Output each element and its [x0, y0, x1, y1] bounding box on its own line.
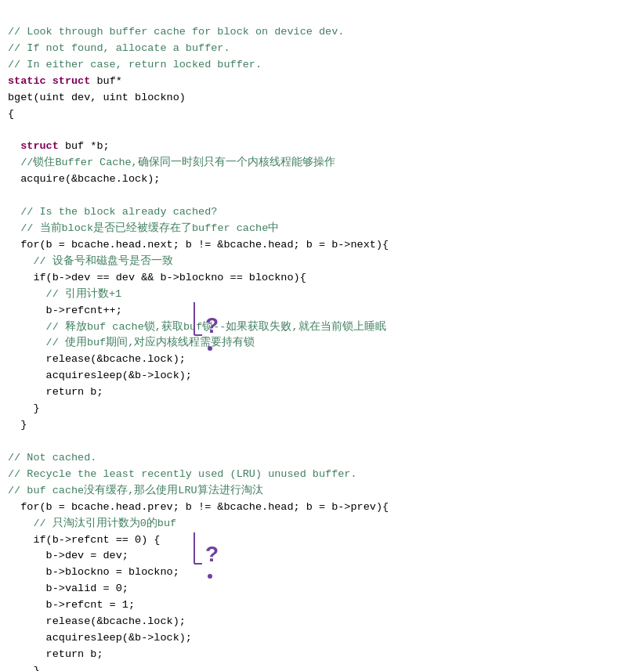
line-35: b->valid = 0;	[8, 583, 128, 594]
line-12: // Is the block already cached?	[8, 206, 217, 218]
line-19: // 释放buf cache锁,获取buf锁--如果获取失败,就在当前锁上睡眠	[8, 321, 386, 333]
line-15: // 设备号和磁盘号是否一致	[8, 255, 173, 267]
line-18: b->refcnt++;	[8, 305, 122, 316]
line-24: }	[8, 402, 40, 414]
line-9: //锁住Buffer Cache,确保同一时刻只有一个内核线程能够操作	[8, 157, 335, 168]
line-5: bget(uint dev, uint blockno)	[8, 92, 186, 103]
line-39: return b;	[8, 648, 103, 660]
line-20: // 使用buf期间,对应内核线程需要持有锁	[8, 337, 255, 348]
line-32: if(b->refcnt == 0) {	[8, 534, 160, 546]
line-30: for(b = bcache.head.prev; b != &bcache.h…	[8, 501, 389, 513]
line-22-highlight: acquiresleep(&b->lock);	[46, 370, 192, 381]
line-6: {	[8, 108, 14, 120]
line-21-highlight: release(&bcache.lock);	[46, 353, 186, 365]
line-13: // 当前block是否已经被缓存在了buffer cache中	[8, 222, 279, 234]
line-1: // Look through buffer cache for block o…	[8, 26, 344, 38]
line-2: // If not found, allocate a buffer.	[8, 42, 230, 54]
line-16: if(b->dev == dev && b->blockno == blockn…	[8, 272, 306, 283]
line-33: b->dev = dev;	[8, 550, 128, 561]
line-4-kw: static struct	[8, 75, 90, 87]
line-29: // buf cache没有缓存,那么使用LRU算法进行淘汰	[8, 485, 263, 496]
line-28: // Recycle the least recently used (LRU)…	[8, 468, 357, 480]
line-14: for(b = bcache.head.next; b != &bcache.h…	[8, 239, 389, 251]
line-27: // Not cached.	[8, 452, 96, 464]
line-17: // 引用计数+1	[8, 288, 121, 300]
line-8: struct buf *b;	[8, 140, 110, 152]
line-23: return b;	[8, 386, 103, 398]
line-31: // 只淘汰引用计数为0的buf	[8, 518, 176, 529]
line-40: }	[8, 665, 40, 671]
line-3: // In either case, return locked buffer.	[8, 59, 262, 70]
line-38-highlight: acquiresleep(&b->lock);	[46, 632, 192, 644]
line-37-highlight: release(&bcache.lock);	[46, 615, 186, 627]
line-4-rest: buf*	[90, 75, 122, 87]
line-25: }	[8, 419, 27, 431]
line-36: b->refcnt = 1;	[8, 599, 135, 611]
code-block: // Look through buffer cache for block o…	[8, 8, 631, 671]
line-10-highlight: acquire(&bcache.lock);	[20, 173, 160, 185]
line-34: b->blockno = blockno;	[8, 566, 179, 578]
